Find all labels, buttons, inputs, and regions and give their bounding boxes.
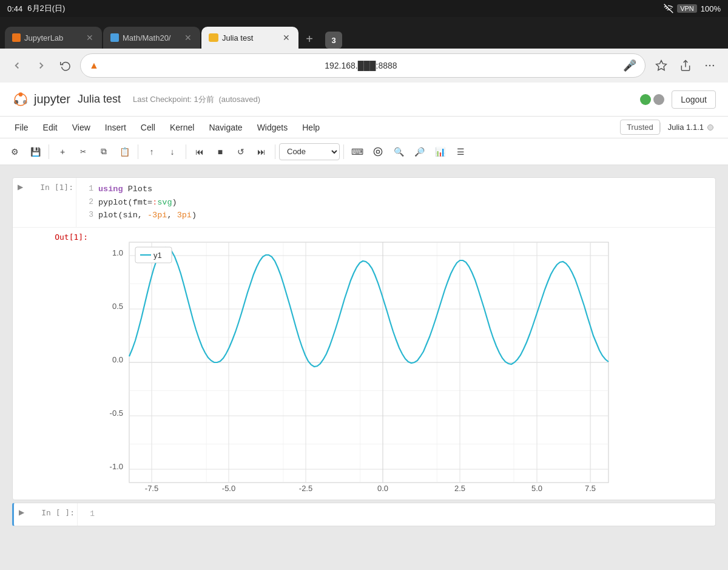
back-button[interactable] [7,56,27,75]
cell-1: ▶ In [1]: 1 using Plots 2 pyplot(fmt=:sv… [13,178,715,227]
trusted-badge[interactable]: Trusted [620,120,660,135]
line-num-2: 2 [84,196,93,209]
svg-text:2.5: 2.5 [454,484,465,493]
forward-button[interactable] [32,56,51,75]
toolbar-chart[interactable]: 📊 [430,142,450,161]
svg-text:0.5: 0.5 [112,302,123,311]
browser-window: JupyterLab ✕ Math/Math20/ ✕ Julia test ✕… [0,17,728,570]
menu-edit[interactable]: Edit [36,117,65,138]
svg-text:5.0: 5.0 [531,484,542,493]
new-tab-button[interactable]: + [300,29,319,49]
menu-insert[interactable]: Insert [98,117,133,138]
tab-bar: JupyterLab ✕ Math/Math20/ ✕ Julia test ✕… [0,17,728,49]
toolbar-jupyter-hub[interactable] [368,142,388,161]
toolbar-keyboard[interactable]: ⌨ [348,142,367,161]
toolbar-settings[interactable]: ⚙ [5,142,24,161]
bookmark-button[interactable] [650,55,672,76]
cell-1-run[interactable]: ▶ [13,178,27,196]
cell-2-run[interactable]: ▶ [14,503,29,521]
svg-point-10 [376,150,379,153]
svg-point-9 [374,148,382,155]
tab-icon-math [110,33,119,42]
code-text-2: pyplot(fmt=:svg) [98,196,177,209]
jupyter-wordmark: jupyter [34,92,70,106]
toolbar-zoom-in[interactable]: 🔎 [410,142,429,161]
output-row-1: Out[1]: 1.0 [13,227,715,500]
tab-close-math[interactable]: ✕ [183,32,193,44]
logout-button[interactable]: Logout [672,90,716,109]
share-button[interactable] [675,55,696,76]
code-line-3: 3 plot(sin, -3pi, 3pi) [84,209,708,222]
toolbar-run-all[interactable]: ⏭ [252,142,271,161]
address-bar[interactable]: ▲ 192.168.███:8888 🎤 [80,53,645,78]
toolbar-move-down[interactable]: ↓ [163,142,182,161]
cell-type-select[interactable]: Code [279,143,340,160]
toolbar-add-cell[interactable]: + [53,142,72,161]
cell-1-label: In [1]: [27,178,76,197]
toolbar-list[interactable]: ☰ [451,142,470,161]
menu-navigate[interactable]: Navigate [201,117,249,138]
dot-gray [653,94,664,105]
tab-close-julia[interactable]: ✕ [281,32,291,44]
menu-cell[interactable]: Cell [133,117,163,138]
tab-label-math: Math/Math20/ [123,33,180,42]
tab-label-julia: Julia test [222,33,278,42]
menu-help[interactable]: Help [295,117,327,138]
code-line-empty: 1 [85,508,95,521]
menu-file[interactable]: File [7,117,36,138]
svg-point-2 [706,65,707,67]
line-num-3: 3 [84,209,93,222]
toolbar-zoom-out[interactable]: 🔍 [389,142,408,161]
security-warning-icon: ▲ [89,60,99,71]
microphone-icon[interactable]: 🎤 [623,59,636,72]
svg-text:0.0: 0.0 [377,484,388,493]
tab-count: 3 [325,32,342,49]
reload-button[interactable] [56,56,75,75]
tab-jupyterlab[interactable]: JupyterLab ✕ [5,27,102,49]
toolbar-save[interactable]: 💾 [25,142,45,161]
separator-4 [275,144,275,159]
toolbar-paste[interactable]: 📋 [115,142,134,161]
cell-1-input[interactable]: 1 using Plots 2 pyplot(fmt=:svg) 3 plot(… [76,178,715,227]
toolbar-restart[interactable]: ↺ [231,142,251,161]
tab-math[interactable]: Math/Math20/ ✕ [103,27,200,49]
svg-marker-0 [656,61,667,70]
svg-text:-1.0: -1.0 [110,462,123,471]
tab-icon-julia [209,33,218,42]
svg-text:y1: y1 [153,251,162,260]
url-display: 192.168.███:8888 [104,61,618,70]
menu-widgets[interactable]: Widgets [250,117,295,138]
empty-line-num: 1 [85,508,95,521]
more-options-button[interactable] [699,55,721,76]
status-bar-right: VPN 100% [664,4,721,13]
code-line-2: 2 pyplot(fmt=:svg) [84,196,708,209]
separator-5 [343,144,344,159]
menu-bar: File Edit View Insert Cell Kernel Naviga… [0,117,728,138]
status-date: 6月2日(日) [27,3,65,14]
code-line-1: 1 using Plots [84,183,708,196]
toolbar-move-up[interactable]: ↑ [142,142,161,161]
toolbar-cut[interactable]: ✂ [73,142,93,161]
wifi-icon [664,4,673,13]
cell-2-input[interactable]: 1 [77,503,715,526]
menu-view[interactable]: View [65,117,98,138]
tab-close-jupyterlab[interactable]: ✕ [85,32,95,44]
svg-point-4 [713,65,715,67]
code-text-1: using Plots [98,183,152,196]
toolbar-stop[interactable]: ■ [211,142,230,161]
cell-2-label: In [ ]: [29,503,77,522]
cell-2: ▶ In [ ]: 1 [14,503,715,526]
notebook-title[interactable]: Julia test [78,93,121,106]
status-bar-left: 0:44 6月2日(日) [7,3,65,14]
separator-2 [138,144,138,159]
toolbar-copy[interactable]: ⧉ [94,142,113,161]
svg-text:7.5: 7.5 [585,484,596,493]
toolbar-first[interactable]: ⏮ [190,142,209,161]
tab-icon-jupyterlab [12,33,21,42]
menu-kernel[interactable]: Kernel [163,117,201,138]
tab-julia-test[interactable]: Julia test ✕ [201,27,298,49]
kernel-idle-dot [707,124,713,131]
battery-level: 100% [701,4,721,13]
cell-1-container: ▶ In [1]: 1 using Plots 2 pyplot(fmt=:sv… [12,177,716,500]
jupyter-logo: jupyter [12,91,70,108]
